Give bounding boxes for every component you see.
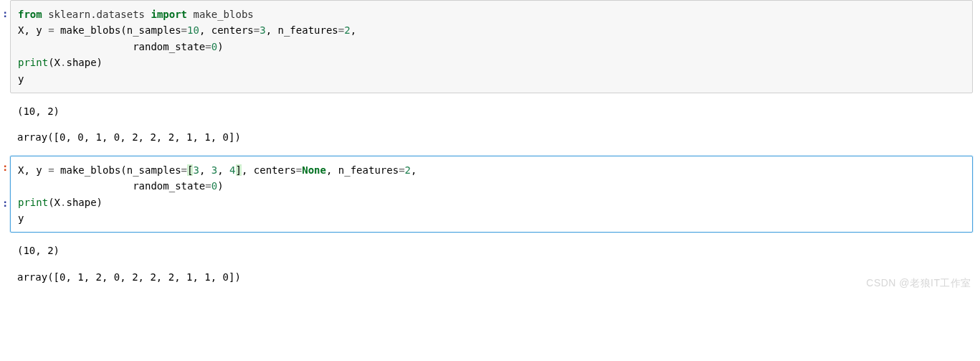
arg-sep: , centers (199, 24, 254, 36)
arg-name: random_state (18, 41, 205, 52)
num-literal: 4 (229, 164, 235, 176)
paren-open: (X (48, 197, 60, 208)
call-fn: make_blobs(n_samples (54, 164, 181, 176)
num-literal: 3 (260, 24, 265, 36)
num-literal: 0 (211, 180, 217, 192)
op-eq: = (254, 24, 260, 36)
paren-open: (X (48, 57, 60, 68)
code-cell-2[interactable]: X, y = make_blobs(n_samples=[3, 3, 4], c… (10, 156, 973, 233)
watermark: CSDN @老狼IT工作室 (866, 275, 971, 291)
comma: , (217, 164, 229, 176)
keyword-import: import (151, 9, 187, 20)
op-eq: = (48, 164, 54, 176)
expr-y: y (18, 73, 24, 85)
output-block-2: (10, 2) array([0, 1, 2, 0, 2, 2, 2, 1, 1… (10, 240, 973, 295)
assign-lhs: X, y (18, 24, 48, 36)
import-name: make_blobs (193, 9, 253, 20)
in-prompt-2: : (2, 195, 8, 211)
call-fn: make_blobs(n_samples (54, 24, 181, 36)
attr-shape: shape (66, 197, 96, 208)
spacer (17, 262, 966, 269)
comma: , (199, 164, 211, 176)
module-name: sklearn.datasets (48, 9, 145, 20)
arg-sep: , n_features (326, 164, 399, 176)
output-block-1: (10, 2) array([0, 0, 1, 0, 2, 2, 2, 1, 1… (10, 100, 973, 156)
code-cell-1-content: from sklearn.datasets import make_blobs … (18, 6, 965, 87)
spacer (17, 122, 966, 129)
op-eq: = (181, 164, 187, 176)
op-eq: = (296, 164, 302, 176)
op-eq: = (205, 180, 211, 192)
output-array-1: array([0, 0, 1, 0, 2, 2, 2, 1, 1, 0]) (17, 129, 966, 145)
comma: , (351, 24, 356, 36)
keyword-from: from (18, 9, 42, 20)
num-literal: 10 (187, 24, 199, 36)
op-eq: = (399, 164, 404, 176)
paren-close: ) (217, 180, 223, 192)
arg-name: random_state (18, 180, 205, 192)
num-literal: 3 (211, 164, 217, 176)
code-cell-1[interactable]: from sklearn.datasets import make_blobs … (10, 0, 973, 93)
paren-close: ) (97, 197, 103, 208)
builtin-print: print (18, 57, 48, 68)
op-eq: = (205, 41, 211, 52)
bracket-close: ] (236, 164, 242, 176)
expr-y: y (18, 212, 24, 224)
num-literal: 2 (344, 24, 350, 36)
output-array-2: array([0, 1, 2, 0, 2, 2, 2, 1, 1, 0]) (17, 269, 966, 285)
op-eq: = (338, 24, 344, 36)
paren-close: ) (217, 41, 223, 52)
num-literal: 3 (193, 164, 199, 176)
output-shape-2: (10, 2) (17, 243, 966, 258)
arg-sep: , centers (242, 164, 296, 176)
arg-sep: , n_features (266, 24, 338, 36)
code-cell-2-content: X, y = make_blobs(n_samples=[3, 3, 4], c… (18, 162, 965, 227)
paren-close: ) (97, 57, 103, 68)
builtin-print: print (18, 197, 48, 208)
in-prompt-1: : (2, 6, 8, 22)
output-shape-1: (10, 2) (17, 103, 966, 119)
prompt-column: : : : : (0, 0, 10, 295)
assign-lhs: X, y (18, 164, 48, 176)
comma: , (411, 164, 417, 176)
op-eq: = (48, 24, 54, 36)
num-literal: 2 (405, 164, 411, 176)
attr-shape: shape (66, 57, 96, 68)
const-none: None (302, 164, 326, 176)
num-literal: 0 (211, 41, 217, 52)
op-eq: = (181, 24, 187, 36)
out-prompt-1: : (2, 159, 8, 175)
